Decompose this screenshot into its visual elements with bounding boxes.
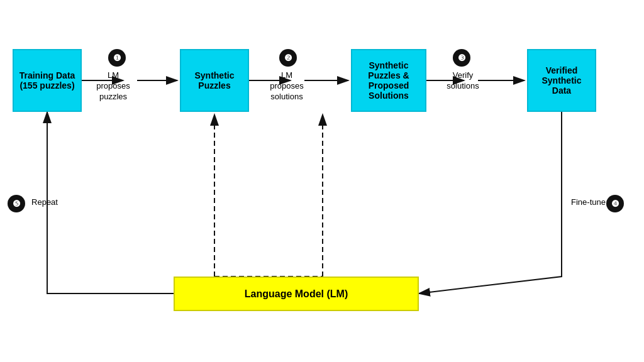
step-2-circle: ❷ bbox=[279, 49, 297, 67]
step-2-label: LMproposessolutions bbox=[265, 70, 308, 102]
training-data-box: Training Data (155 puzzles) bbox=[13, 49, 82, 112]
language-model-box: Language Model (LM) bbox=[174, 277, 419, 311]
verified-synthetic-box: Verified Synthetic Data bbox=[527, 49, 596, 112]
diagram-container: Training Data (155 puzzles) Synthetic Pu… bbox=[0, 0, 644, 362]
step-3-text: Verifysolutions bbox=[447, 70, 479, 90]
step-2-text: LMproposessolutions bbox=[270, 70, 303, 101]
synthetic-puzzles-box: Synthetic Puzzles bbox=[180, 49, 249, 112]
step-4-text: Fine-tune bbox=[571, 197, 606, 207]
step-1-text: LMproposespuzzles bbox=[96, 70, 130, 101]
step-5-circle: ❺ bbox=[8, 195, 25, 212]
step-1-number: ❶ bbox=[113, 53, 121, 63]
step-2-number: ❷ bbox=[284, 53, 292, 63]
step-5-text: Repeat bbox=[31, 197, 58, 207]
step-1-circle: ❶ bbox=[108, 49, 126, 67]
verified-synthetic-label: Verified Synthetic Data bbox=[533, 65, 590, 96]
step-1-label: LMproposespuzzles bbox=[94, 70, 132, 102]
step-3-circle: ❸ bbox=[453, 49, 470, 67]
step-5-number: ❺ bbox=[13, 199, 21, 209]
training-data-label: Training Data (155 puzzles) bbox=[19, 70, 75, 90]
step-3-number: ❸ bbox=[458, 53, 466, 63]
step-4-circle: ❹ bbox=[606, 195, 624, 212]
step-4-label: Fine-tune bbox=[571, 197, 606, 208]
synthetic-puzzles-label: Synthetic Puzzles bbox=[186, 70, 243, 90]
synthetic-proposed-label: Synthetic Puzzles & Proposed Solutions bbox=[357, 60, 420, 101]
language-model-label: Language Model (LM) bbox=[245, 288, 348, 300]
synthetic-proposed-box: Synthetic Puzzles & Proposed Solutions bbox=[351, 49, 426, 112]
step-3-label: Verifysolutions bbox=[444, 70, 482, 92]
step-5-label: Repeat bbox=[29, 197, 60, 208]
step-4-number: ❹ bbox=[611, 199, 619, 209]
